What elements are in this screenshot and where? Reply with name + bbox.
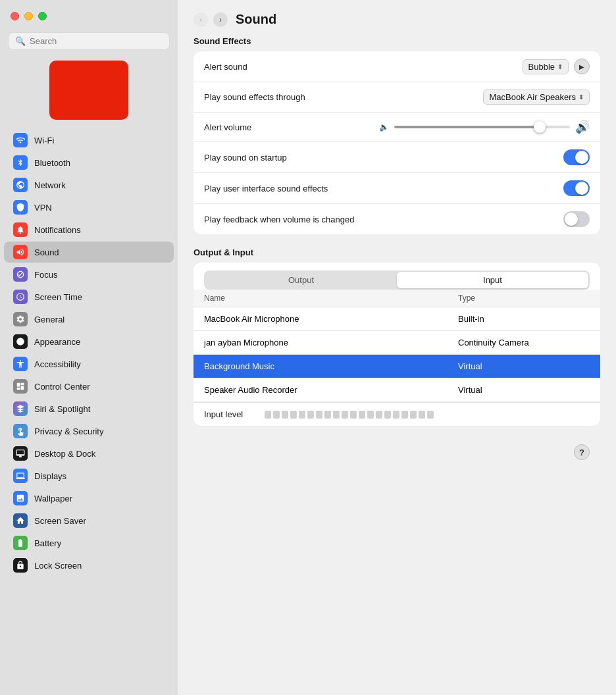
table-row[interactable]: MacBook Air Microphone Built-in <box>193 307 600 331</box>
focus-icon <box>13 267 28 282</box>
sidebar-item-label-siri: Siri & Spotlight <box>34 404 90 414</box>
bluetooth-icon <box>13 155 28 170</box>
search-bar[interactable]: 🔍 <box>8 32 170 50</box>
sidebar-item-controlcenter[interactable]: Control Center <box>4 376 174 397</box>
main-header: ‹ › Sound <box>178 0 616 34</box>
sidebar-item-label-desktop: Desktop & Dock <box>34 449 95 459</box>
privacy-icon <box>13 424 28 438</box>
device-type: Virtual <box>458 361 590 371</box>
table-row-selected[interactable]: Background Music Virtual <box>193 355 600 378</box>
sidebar-item-label-screentime: Screen Time <box>34 292 82 302</box>
play-ui-toggle[interactable] <box>563 180 590 196</box>
play-startup-toggle[interactable] <box>563 149 590 165</box>
forward-button[interactable]: › <box>213 13 228 27</box>
col-type-header: Type <box>458 294 590 303</box>
play-through-chevron: ⬍ <box>578 93 584 101</box>
sidebar-item-bluetooth[interactable]: Bluetooth <box>4 152 174 173</box>
sidebar-item-sound[interactable]: Sound <box>4 242 174 263</box>
sidebar-item-notifications[interactable]: Notifications <box>4 219 174 240</box>
play-ui-label: Play user interface sound effects <box>204 184 328 193</box>
play-ui-row: Play user interface sound effects <box>193 173 600 204</box>
alert-sound-chevron: ⬍ <box>557 63 563 70</box>
sidebar-item-label-battery: Battery <box>34 538 61 548</box>
content-area: Sound Effects Alert sound Bubble ⬍ ▶ Pla… <box>178 36 616 481</box>
appearance-icon <box>13 334 28 349</box>
sidebar-item-vpn[interactable]: VPN <box>4 197 174 218</box>
level-bar <box>419 411 425 419</box>
level-bar <box>273 411 280 419</box>
play-through-row: Play sound effects through MacBook Air S… <box>193 82 600 113</box>
sidebar-item-siri[interactable]: Siri & Spotlight <box>4 398 174 419</box>
sidebar-item-displays[interactable]: Displays <box>4 465 174 486</box>
network-icon <box>13 178 28 192</box>
sidebar-item-focus[interactable]: Focus <box>4 264 174 285</box>
sidebar-item-label-wifi: Wi-Fi <box>34 136 54 145</box>
device-name: Speaker Audio Recorder <box>204 385 458 395</box>
play-feedback-toggle-thumb <box>565 213 578 226</box>
level-bar <box>290 411 297 419</box>
level-bar <box>282 411 288 419</box>
device-type: Virtual <box>458 385 590 395</box>
sidebar-item-wifi[interactable]: Wi-Fi <box>4 130 174 151</box>
sidebar-item-general[interactable]: General <box>4 309 174 330</box>
main-content: ‹ › Sound Sound Effects Alert sound Bubb… <box>178 0 616 695</box>
sidebar-item-wallpaper[interactable]: Wallpaper <box>4 488 174 509</box>
level-bar <box>393 411 399 419</box>
siri-icon <box>13 401 28 416</box>
sidebar-item-label-screensaver: Screen Saver <box>34 516 86 526</box>
screentime-icon <box>13 290 28 304</box>
sidebar-item-screensaver[interactable]: Screen Saver <box>4 510 174 531</box>
output-input-section-title: Output & Input <box>193 247 600 257</box>
play-through-label: Play sound effects through <box>204 92 305 102</box>
wifi-icon <box>13 133 28 147</box>
sidebar-item-battery[interactable]: Battery <box>4 532 174 553</box>
output-input-tabs: Output Input <box>204 270 590 290</box>
sidebar-item-accessibility[interactable]: Accessibility <box>4 353 174 374</box>
tab-output[interactable]: Output <box>205 272 397 288</box>
search-input[interactable] <box>30 36 163 46</box>
play-feedback-row: Play feedback when volume is changed <box>193 204 600 234</box>
level-bar <box>324 411 331 419</box>
close-button[interactable] <box>11 12 19 20</box>
fullscreen-button[interactable] <box>38 12 47 20</box>
lockscreen-icon <box>13 558 28 573</box>
play-feedback-toggle[interactable] <box>563 211 590 227</box>
help-button[interactable]: ? <box>574 444 590 460</box>
play-through-value: MacBook Air Speakers <box>489 92 576 102</box>
table-row[interactable]: jan ayban Microphone Continuity Camera <box>193 331 600 355</box>
level-bar <box>316 411 322 419</box>
input-level-bars <box>265 411 434 419</box>
sidebar-item-lockscreen[interactable]: Lock Screen <box>4 555 174 576</box>
sidebar-item-label-controlcenter: Control Center <box>34 382 90 392</box>
sidebar-item-label-bluetooth: Bluetooth <box>34 158 70 168</box>
level-bar <box>307 411 314 419</box>
alert-sound-value: Bubble <box>528 62 555 72</box>
back-button[interactable]: ‹ <box>193 13 208 27</box>
sidebar-item-label-notifications: Notifications <box>34 225 81 235</box>
alert-sound-play-button[interactable]: ▶ <box>574 59 590 74</box>
sound-effects-section-title: Sound Effects <box>193 36 600 46</box>
alert-volume-slider[interactable] <box>394 126 570 128</box>
level-bar <box>299 411 305 419</box>
screensaver-icon <box>13 513 28 528</box>
sidebar-item-label-network: Network <box>34 180 66 190</box>
alert-sound-dropdown[interactable]: Bubble ⬍ <box>523 59 569 74</box>
tab-input[interactable]: Input <box>397 272 588 288</box>
vpn-icon <box>13 200 28 215</box>
sidebar-item-desktop[interactable]: Desktop & Dock <box>4 443 174 464</box>
sidebar-item-privacy[interactable]: Privacy & Security <box>4 421 174 442</box>
minimize-button[interactable] <box>24 12 33 20</box>
play-through-control: MacBook Air Speakers ⬍ <box>483 90 590 105</box>
sidebar-item-appearance[interactable]: Appearance <box>4 331 174 352</box>
sidebar-item-screentime[interactable]: Screen Time <box>4 286 174 307</box>
desktop-icon <box>13 446 28 461</box>
play-startup-row: Play sound on startup <box>193 142 600 173</box>
table-row[interactable]: Speaker Audio Recorder Virtual <box>193 378 600 402</box>
level-bar <box>410 411 417 419</box>
play-through-dropdown[interactable]: MacBook Air Speakers ⬍ <box>483 90 590 105</box>
sidebar-item-network[interactable]: Network <box>4 174 174 195</box>
level-bar <box>384 411 391 419</box>
level-bar <box>359 411 365 419</box>
device-type: Built-in <box>458 314 590 324</box>
sidebar-item-label-general: General <box>34 315 64 324</box>
